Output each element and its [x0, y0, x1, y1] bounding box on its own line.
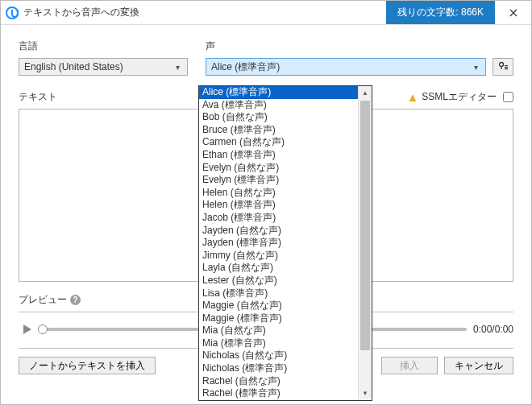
- playback-time: 0:00/0:00: [473, 324, 513, 335]
- voice-option[interactable]: Maggie (標準音声): [199, 312, 358, 325]
- help-icon[interactable]: ?: [70, 295, 81, 305]
- svg-point-0: [500, 63, 504, 67]
- voice-option[interactable]: Bob (自然な声): [199, 111, 358, 124]
- ssml-editor-label: SSMLエディター: [422, 90, 497, 104]
- voice-option[interactable]: Lester (自然な声): [199, 275, 358, 287]
- insert-button[interactable]: 挿入: [381, 357, 438, 374]
- voice-label: 声: [206, 39, 513, 53]
- play-button[interactable]: [19, 320, 36, 338]
- voice-option[interactable]: Helen (自然な声): [199, 187, 358, 200]
- voice-option[interactable]: Evelyn (自然な声): [199, 162, 358, 175]
- play-icon: [23, 324, 32, 335]
- scroll-down-icon[interactable]: ▼: [359, 386, 372, 400]
- voice-option[interactable]: Jimmy (自然な声): [199, 250, 358, 262]
- voice-option[interactable]: Maggie (自然な声): [199, 300, 358, 312]
- scroll-up-icon[interactable]: ▲: [359, 86, 372, 100]
- svg-rect-2: [505, 67, 508, 68]
- remaining-chars-badge: 残りの文字数: 866K: [386, 1, 495, 24]
- close-button[interactable]: [495, 1, 531, 24]
- voice-option[interactable]: Ethan (標準音声): [199, 149, 358, 162]
- svg-rect-1: [505, 65, 508, 66]
- voice-option[interactable]: Rachel (標準音声): [199, 387, 358, 400]
- voice-option[interactable]: Ava (標準音声): [199, 99, 358, 112]
- voice-dropdown[interactable]: Alice (標準音声)Ava (標準音声)Bob (自然な声)Bruce (標…: [198, 85, 372, 401]
- voice-option[interactable]: Rachel (自然な声): [199, 375, 358, 388]
- voice-option[interactable]: Jayden (自然な声): [199, 225, 358, 238]
- voice-option[interactable]: Jayden (標準音声): [199, 237, 358, 250]
- language-selected-text: English (United States): [24, 61, 171, 72]
- dropdown-scrollbar[interactable]: ▲ ▼: [358, 86, 372, 400]
- voice-option[interactable]: Alice (標準音声): [199, 86, 358, 99]
- titlebar: テキストから音声への変換 残りの文字数: 866K: [1, 1, 531, 25]
- slider-thumb[interactable]: [38, 324, 48, 334]
- voice-select[interactable]: Alice (標準音声) ▾: [206, 58, 486, 76]
- voice-option[interactable]: Bruce (標準音声): [199, 124, 358, 137]
- voice-option[interactable]: Helen (標準音声): [199, 199, 358, 212]
- language-label: 言語: [19, 39, 188, 53]
- voice-option[interactable]: Lisa (標準音声): [199, 287, 358, 300]
- ssml-editor-checkbox[interactable]: [503, 92, 513, 102]
- window-title: テキストから音声への変換: [23, 6, 139, 19]
- scrollbar-thumb[interactable]: [360, 101, 370, 350]
- voice-option[interactable]: Nicholas (標準音声): [199, 362, 358, 375]
- voice-option[interactable]: Layla (自然な声): [199, 262, 358, 275]
- close-icon: [509, 9, 517, 17]
- voice-option[interactable]: Mia (標準音声): [199, 337, 358, 350]
- voice-selected-text: Alice (標準音声): [211, 60, 469, 74]
- voice-option[interactable]: Jacob (標準音声): [199, 212, 358, 225]
- voice-option[interactable]: Mia (自然な声): [199, 324, 358, 337]
- voice-settings-icon: [497, 61, 509, 72]
- svg-rect-3: [505, 68, 508, 69]
- voice-option-list: Alice (標準音声)Ava (標準音声)Bob (自然な声)Bruce (標…: [199, 86, 358, 400]
- warning-icon: ▲: [406, 91, 418, 103]
- insert-from-note-button[interactable]: ノートからテキストを挿入: [19, 357, 156, 374]
- chevron-down-icon: ▾: [469, 63, 482, 72]
- voice-option[interactable]: Carmen (自然な声): [199, 136, 358, 149]
- preview-label: プレビュー: [19, 293, 67, 307]
- cancel-button[interactable]: キャンセル: [444, 357, 513, 374]
- ssml-editor-toggle[interactable]: ▲ SSMLエディター: [406, 90, 513, 104]
- text-label: テキスト: [19, 90, 57, 104]
- voice-option[interactable]: Evelyn (標準音声): [199, 174, 358, 187]
- app-icon: [6, 6, 19, 19]
- language-select[interactable]: English (United States) ▾: [19, 58, 188, 76]
- voice-option[interactable]: Nicholas (自然な声): [199, 349, 358, 362]
- chevron-down-icon: ▾: [171, 63, 184, 72]
- voice-settings-button[interactable]: [493, 58, 513, 76]
